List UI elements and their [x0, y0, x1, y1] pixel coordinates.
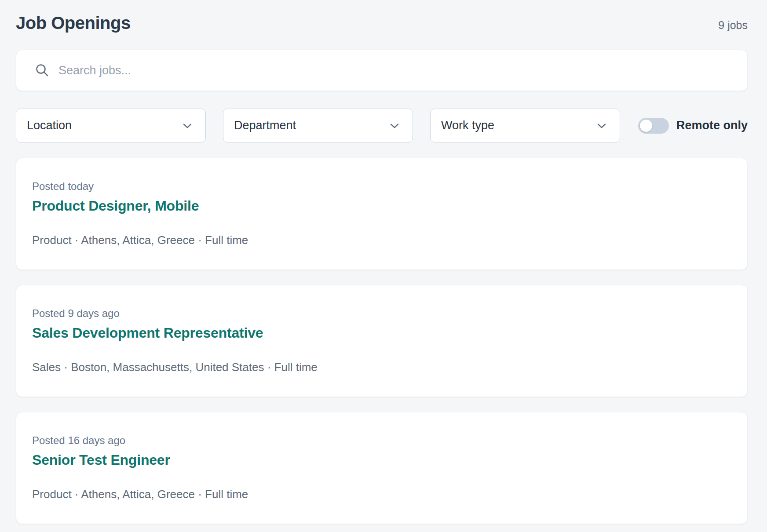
select-work-type-label: Work type	[441, 119, 494, 132]
job-posted-date: Posted 16 days ago	[32, 434, 731, 447]
page-header: Job Openings 9 jobs	[16, 13, 748, 35]
search-icon	[35, 63, 50, 78]
chevron-down-icon	[390, 123, 399, 129]
remote-only-label: Remote only	[676, 119, 748, 132]
job-title-link[interactable]: Product Designer, Mobile	[32, 197, 199, 214]
job-meta: Product · Athens, Attica, Greece · Full …	[32, 487, 731, 502]
job-title-link[interactable]: Sales Development Representative	[32, 324, 263, 341]
job-posted-date: Posted today	[32, 179, 731, 193]
page-title: Job Openings	[16, 13, 131, 33]
remote-only-filter: Remote only	[638, 109, 748, 142]
search-bar	[16, 50, 748, 91]
filter-row: Location Department Work type	[16, 109, 748, 142]
select-location-label: Location	[27, 119, 72, 132]
job-posted-date: Posted 9 days ago	[32, 306, 731, 320]
select-work-type[interactable]: Work type	[430, 109, 620, 142]
select-location[interactable]: Location	[16, 109, 206, 142]
job-card[interactable]: Posted 9 days ago Sales Development Repr…	[16, 285, 748, 397]
jobs-count: 9 jobs	[718, 19, 748, 32]
job-meta: Product · Athens, Attica, Greece · Full …	[32, 233, 731, 248]
job-card[interactable]: Posted today Product Designer, Mobile Pr…	[16, 158, 748, 270]
chevron-down-icon	[183, 123, 192, 129]
select-department[interactable]: Department	[223, 109, 413, 142]
job-card[interactable]: Posted 16 days ago Senior Test Engineer …	[16, 412, 748, 524]
select-department-label: Department	[234, 119, 296, 132]
search-input[interactable]	[58, 64, 734, 77]
job-title-link[interactable]: Senior Test Engineer	[32, 452, 170, 468]
remote-only-toggle[interactable]	[638, 118, 669, 134]
chevron-down-icon	[597, 123, 606, 129]
toggle-knob	[640, 120, 652, 132]
job-openings-page: Job Openings 9 jobs Location Department	[0, 0, 767, 532]
job-meta: Sales · Boston, Massachusetts, United St…	[32, 360, 731, 375]
